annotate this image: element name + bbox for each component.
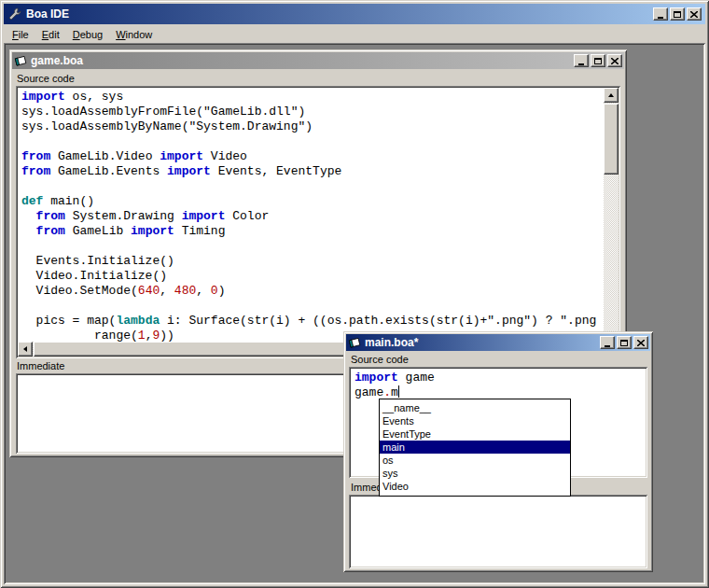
code-line: Video.SetMode(640, 480, 0): [21, 284, 604, 299]
vertical-scroll-thumb[interactable]: [604, 104, 619, 175]
game-window-titlebar[interactable]: game.boa: [12, 52, 624, 69]
minimize-icon: [658, 17, 663, 19]
code-line: from GameLib.Video import Video: [21, 149, 604, 164]
scroll-left-button[interactable]: [18, 342, 33, 357]
code-line: def main(): [21, 194, 604, 209]
editor-window-title: main.boa*: [365, 336, 600, 349]
editor-minimize-button[interactable]: [600, 336, 615, 349]
maximize-button[interactable]: [670, 7, 685, 21]
editor-window-titlebar[interactable]: main.boa*: [346, 334, 650, 351]
code-line: Events.Initialize(): [21, 254, 604, 269]
code-line: sys.loadAssemblyFromFile("GameLib.dll"): [21, 105, 604, 119]
autocomplete-item-sys[interactable]: sys: [380, 467, 570, 480]
autocomplete-dropdown: __name__EventsEventTypemainossysVideo: [379, 399, 571, 497]
code-line: from System.Drawing import Color: [21, 209, 604, 224]
game-minimize-button[interactable]: [574, 54, 589, 67]
window-title: Boa IDE: [26, 7, 653, 21]
minimize-icon: [578, 63, 584, 65]
code-line: [21, 179, 604, 194]
close-icon: [637, 340, 645, 346]
game-maximize-button[interactable]: [591, 54, 605, 67]
maximize-icon: [594, 58, 602, 64]
wrench-icon: [7, 7, 22, 21]
autocomplete-item-main[interactable]: main: [380, 441, 570, 454]
source-code-label: Source code: [351, 353, 409, 366]
autocomplete-item-os[interactable]: os: [380, 454, 570, 467]
autocomplete-item-Video[interactable]: Video: [380, 480, 570, 493]
immediate-label: Immediate: [17, 359, 64, 372]
autocomplete-item-name[interactable]: __name__: [380, 401, 570, 414]
autocomplete-item-EventType[interactable]: EventType: [380, 427, 570, 441]
text-caret: [398, 385, 399, 398]
boa-ide-window: Boa IDE FileEditDebugWindow game.boa: [0, 0, 709, 588]
editor-maximize-button[interactable]: [617, 336, 632, 349]
game-close-button[interactable]: [607, 54, 622, 67]
source-code-label: Source code: [17, 72, 75, 85]
scroll-up-button[interactable]: [604, 88, 619, 103]
code-line: from GameLib.Events import Events, Event…: [21, 164, 604, 179]
game-window-title: game.boa: [31, 54, 574, 67]
game-source-editor: import os, syssys.loadAssemblyFromFile("…: [16, 86, 620, 358]
autocomplete-item-Events[interactable]: Events: [380, 414, 570, 427]
menu-window[interactable]: Window: [109, 27, 159, 42]
editor-immediate-input[interactable]: [349, 495, 647, 568]
document-icon: [348, 337, 361, 349]
arrow-left-icon: [23, 346, 27, 352]
maximize-icon: [674, 11, 681, 18]
document-icon: [14, 55, 27, 67]
code-line: [21, 239, 604, 254]
menu-debug[interactable]: Debug: [66, 27, 109, 42]
code-line: import game: [354, 371, 646, 385]
minimize-button[interactable]: [653, 7, 668, 21]
code-line: sys.loadAssemblyByName("System.Drawing"): [21, 119, 604, 134]
code-line: pics = map(lambda i: Surface(str(i) + ((…: [21, 314, 604, 329]
close-icon: [690, 11, 698, 18]
arrow-up-icon: [608, 93, 614, 97]
menu-edit[interactable]: Edit: [35, 27, 66, 42]
code-line: from GameLib import Timing: [21, 224, 604, 239]
menu-bar: FileEditDebugWindow: [4, 25, 705, 43]
code-line: Video.Initialize(): [21, 269, 604, 284]
code-line: import os, sys: [21, 90, 604, 105]
menu-file[interactable]: File: [6, 27, 35, 42]
close-button[interactable]: [687, 7, 702, 21]
code-line: [21, 134, 604, 149]
code-line: [21, 299, 604, 314]
game-code-area[interactable]: import os, syssys.loadAssemblyFromFile("…: [18, 88, 604, 342]
main-titlebar[interactable]: Boa IDE: [4, 4, 705, 24]
game-vertical-scrollbar[interactable]: [604, 88, 619, 342]
minimize-icon: [605, 345, 610, 347]
close-icon: [611, 58, 619, 64]
editor-close-button[interactable]: [633, 336, 648, 349]
maximize-icon: [620, 340, 628, 346]
